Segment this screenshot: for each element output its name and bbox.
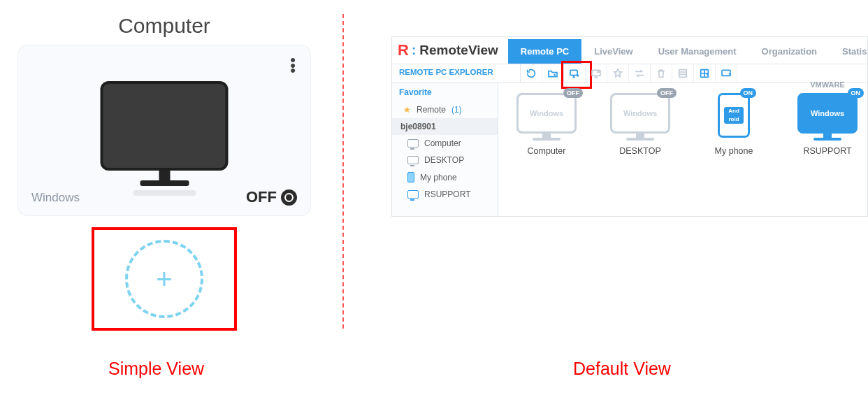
status-badge: OFF [657,88,677,98]
monitor-icon [407,139,419,148]
star-icon: ★ [403,105,411,115]
refresh-button[interactable] [521,64,542,82]
tab-remote-pc[interactable]: Remote PC [508,39,581,64]
tree-item-rsupport[interactable]: RSUPPORT [392,186,498,203]
device-computer[interactable]: Windows OFF Computer [512,93,581,216]
device-card[interactable]: ••• Windows OFF [17,45,311,216]
monitor-icon [407,156,419,164]
brand-dots-icon: : [412,43,416,58]
monitor-icon [101,81,229,196]
expand-button[interactable] [716,64,737,82]
status-badge: ON [740,88,757,98]
device-rsupport[interactable]: VMWARE Windows ON RSUPPORT [793,93,862,216]
status-badge: OFF [563,88,583,98]
tree-user-label: bje08901 [400,122,436,131]
tab-user-management[interactable]: User Management [646,39,749,64]
tree-user-node[interactable]: bje08901 [392,118,498,135]
explorer-tree: Favorite ★ Remote (1) bje08901 Computer … [392,83,498,216]
tab-liveview[interactable]: LiveView [581,39,645,64]
add-highlight-box: + [92,227,237,331]
device-label: Computer [512,146,581,156]
remoteview-window: R : RemoteView Remote PC LiveView User M… [391,36,868,217]
os-label: Windows [530,109,563,117]
os-label: Windows [31,191,80,205]
status-badge: ON [848,88,865,98]
sync-icon [281,189,297,206]
brand-r-icon: R [398,41,407,59]
device-label: DESKTOP [606,146,674,156]
tree-label: Computer [424,138,461,148]
connect-button[interactable] [586,64,607,82]
device-desktop[interactable]: Windows OFF DESKTOP [606,93,674,216]
favorite-count: (1) [451,105,462,115]
favorite-header[interactable]: Favorite [392,83,498,101]
phone-icon: And roid ON [718,93,750,138]
tab-organization[interactable]: Organization [749,39,830,64]
tree-item-desktop[interactable]: DESKTOP [392,152,498,168]
caption-default: Default View [573,359,671,379]
os-label: Windows [623,109,657,117]
grid-view-button[interactable] [694,64,716,82]
device-grid: Windows OFF Computer Windows OFF DESKTOP [498,83,867,216]
monitor-icon: Windows OFF [610,93,670,134]
device-title: Computer [17,14,311,38]
move-button[interactable] [629,64,651,82]
tree-item-computer[interactable]: Computer [392,135,498,152]
os-label: Windows [811,109,844,117]
kebab-menu-icon[interactable]: ••• [290,57,296,73]
list-view-button[interactable] [672,64,694,82]
favorite-remote-group[interactable]: ★ Remote (1) [392,101,498,118]
brand-logo[interactable]: R : RemoteView [392,37,508,64]
tree-label: DESKTOP [424,155,464,165]
explorer-header: REMOTE PC EXPLORER [392,64,521,82]
svg-rect-2 [679,70,687,78]
tree-label: RSUPPORT [424,189,470,199]
status-text: OFF [246,188,277,206]
device-phone[interactable]: And roid ON My phone [700,93,768,216]
phone-icon [407,172,414,182]
svg-rect-0 [570,70,577,75]
caption-simple: Simple View [108,359,204,379]
tab-statistics[interactable]: Statis [830,39,868,64]
brand-text: RemoteView [419,43,498,58]
android-icon: And roid [724,107,744,124]
monitor-icon: Windows ON [797,93,858,134]
monitor-icon: Windows OFF [516,93,577,134]
vertical-divider [342,14,344,329]
svg-rect-4 [722,70,730,76]
add-pc-button[interactable] [564,64,586,82]
status-label: OFF [246,188,297,206]
favorite-button[interactable] [607,64,629,82]
new-folder-button[interactable] [542,64,564,82]
favorite-name: Remote [417,105,446,115]
tree-label: My phone [420,173,457,182]
device-label: RSUPPORT [793,146,862,156]
delete-button[interactable] [651,64,672,82]
add-device-button[interactable]: + [125,240,203,318]
monitor-icon [407,190,419,199]
tree-item-phone[interactable]: My phone [392,168,498,186]
device-label: My phone [700,146,768,156]
